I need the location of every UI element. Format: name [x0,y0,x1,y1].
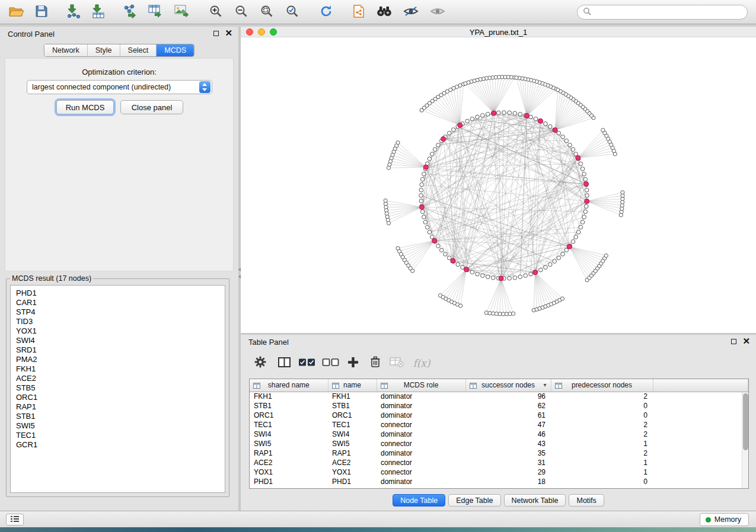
cell-shared-name: ACE2 [250,458,328,467]
task-history-button[interactable] [6,514,24,525]
mcds-result-item[interactable]: TEC1 [11,431,225,440]
close-table-panel-icon[interactable]: ✕ [742,338,750,345]
float-panel-icon[interactable] [213,31,219,36]
close-panel-icon[interactable]: ✕ [225,30,232,37]
export-image-button[interactable] [170,3,194,21]
mcds-result-item[interactable]: CAR1 [11,298,225,307]
table-row[interactable]: SWI4SWI4dominator462 [250,430,748,439]
mcds-result-item[interactable]: SRD1 [11,345,225,355]
mcds-result-item[interactable]: PHD1 [11,289,225,298]
delete-table-icon [390,357,404,370]
cell-predecessor-nodes: 1 [551,467,653,477]
table-row[interactable]: ACE2ACE2connector311 [250,458,748,467]
cell-successor-nodes: 35 [465,448,551,458]
table-panel-titlebar: Table Panel ✕ [241,335,756,349]
table-scrollbar-thumb[interactable] [743,393,748,450]
refresh-button[interactable] [314,3,338,21]
mcds-result-item[interactable]: STP4 [11,307,225,317]
network-canvas[interactable] [241,37,756,333]
mcds-result-list[interactable]: PHD1CAR1STP4TID3YOX1SWI4SRD1PMA2FKH1ACE2… [10,285,225,493]
column-header-shared-name[interactable]: shared name [250,379,328,392]
mcds-result-item[interactable]: STB1 [11,412,225,421]
mcds-result-item[interactable]: YOX1 [11,326,225,336]
column-header-successor-nodes[interactable]: successor nodes ▾ [465,379,551,392]
mcds-result-item[interactable]: SWI4 [11,336,225,345]
show-all-button[interactable] [426,3,449,21]
tab-edge-table[interactable]: Edge Table [448,494,500,507]
cell-shared-name: STB1 [250,401,328,411]
table-row[interactable]: YOX1YOX1connector291 [250,467,748,477]
tab-mcds[interactable]: MCDS [157,44,194,56]
import-network-button[interactable] [62,3,85,21]
search-icon [583,7,591,18]
zoom-in-button[interactable] [204,3,228,21]
criterion-dropdown[interactable]: largest connected component (undirected) [27,80,212,94]
create-column-button[interactable] [343,354,363,373]
show-column-panel-button[interactable] [274,354,294,373]
table-panel-title: Table Panel [248,338,289,347]
export-network-button[interactable] [119,3,142,21]
column-header-predecessor-nodes[interactable]: predecessor nodes [551,379,653,392]
export-table-button[interactable] [144,3,168,21]
tab-node-table[interactable]: Node Table [393,494,445,507]
cell-mcds-role: dominator [377,401,465,411]
search-network-button[interactable] [372,3,396,21]
table-row[interactable]: PHD1PHD1dominator180 [250,477,748,486]
table-row[interactable]: SWI5SWI5connector431 [250,439,748,448]
close-panel-button[interactable]: Close panel [120,100,183,114]
table-row[interactable]: RAP1RAP1dominator352 [250,448,748,458]
import-table-button[interactable] [87,3,110,21]
control-panel-tabs: Network Style Select MCDS [44,44,194,57]
table-row[interactable]: TEC1TEC1connector472 [250,420,748,430]
cell-predecessor-nodes: 0 [551,477,653,486]
import-table-icon [91,4,106,21]
cell-name: TEC1 [328,420,377,430]
mcds-result-item[interactable]: RAP1 [11,402,225,412]
mcds-result-item[interactable]: FKH1 [11,364,225,374]
mcds-result-item[interactable]: ACE2 [11,374,225,383]
share-document-icon [353,5,364,20]
cell-mcds-role: dominator [377,411,465,420]
memory-button[interactable]: Memory [700,513,749,526]
select-all-columns-button[interactable] [296,354,317,373]
mcds-result-item[interactable]: PMA2 [11,355,225,364]
table-row[interactable]: ORC1ORC1dominator610 [250,411,748,420]
hide-selected-button[interactable] [399,3,423,21]
mcds-result-item[interactable]: TID3 [11,317,225,326]
zoom-out-button[interactable] [229,3,253,21]
tab-network[interactable]: Network [44,44,88,56]
columns-icon [278,357,291,370]
search-box[interactable] [577,5,748,20]
tab-style[interactable]: Style [88,44,120,56]
cell-shared-name: SWI5 [250,439,328,448]
zoom-fit-button[interactable] [255,3,279,21]
mcds-result-item[interactable]: SWI5 [11,421,225,431]
tab-select[interactable]: Select [120,44,157,56]
trash-icon [370,356,381,370]
mcds-result-item[interactable]: GCR1 [11,440,225,450]
table-scrollbar[interactable] [742,392,748,488]
delete-column-button[interactable] [365,354,385,373]
cell-shared-name: SWI4 [250,430,328,439]
open-file-button[interactable] [5,3,28,21]
search-input[interactable] [591,7,747,18]
mcds-result-item[interactable]: ORC1 [11,393,225,402]
column-header-name[interactable]: name [328,379,377,392]
control-panel: Control Panel ✕ Network Style Select MCD… [0,27,238,511]
tab-motifs[interactable]: Motifs [569,494,604,507]
float-table-panel-icon[interactable] [731,339,736,344]
column-header-mcds-role[interactable]: MCDS role [377,379,465,392]
deselect-all-columns-button[interactable] [320,354,340,373]
cell-predecessor-nodes: 1 [551,458,653,467]
table-settings-button[interactable] [250,354,270,373]
sort-arrow-icon[interactable]: ▾ [543,382,546,388]
tab-network-table[interactable]: Network Table [504,494,566,507]
table-row[interactable]: STB1STB1dominator620 [250,401,748,411]
save-button[interactable] [30,3,53,21]
share-document-button[interactable] [347,3,371,21]
mcds-result-item[interactable]: STB5 [11,383,225,393]
table-row[interactable]: FKH1FKH1dominator962 [250,392,748,401]
zoom-selected-button[interactable] [280,3,304,21]
run-mcds-button[interactable]: Run MCDS [56,100,114,114]
function-builder-button-disabled: f(x) [412,354,432,373]
